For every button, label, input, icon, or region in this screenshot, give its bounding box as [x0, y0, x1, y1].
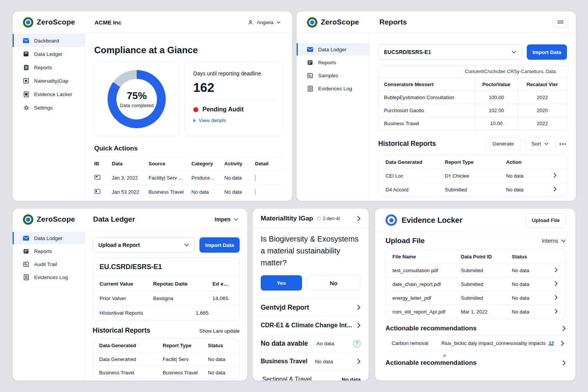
import-data-button[interactable]: Import Data	[199, 237, 240, 253]
question-mark-icon[interactable]: ?	[353, 340, 361, 347]
no-button[interactable]: No	[307, 275, 361, 291]
table-row[interactable]: D4 Accord Submilted No data	[379, 183, 567, 196]
table-row[interactable]: rces_elit_report_Apr.pdf Mar 1, 2022 No …	[386, 305, 565, 318]
sort-button[interactable]: Sort	[525, 137, 556, 150]
detail-pill[interactable]	[255, 175, 256, 181]
table-row[interactable]: Jan 3, 2022 Facility| Serv ... Produce .…	[94, 170, 283, 185]
table-row[interactable]: date_chain_report.pdf Submitted No data	[386, 277, 565, 291]
framework-data-table: ConcentIC/schcber CRSy-Cantetturs, Data …	[378, 65, 567, 130]
sidebar-item-reports[interactable]: Reports	[13, 61, 85, 74]
sidebar-item-evidences-log[interactable]: Evidences Log	[13, 271, 85, 283]
reports-icon	[23, 65, 29, 70]
table-row[interactable]: CEI Loc D† Chiclee No data	[379, 169, 567, 183]
donut-percent: 75%	[127, 90, 147, 102]
impen-menu[interactable]: Impen	[215, 216, 238, 222]
dashboard-header: ZeroScope ACME Inc Angiela	[13, 11, 292, 33]
sidebar-item-data-ledger[interactable]: Data Ledger	[13, 47, 85, 60]
chevron-down-icon	[276, 21, 281, 24]
sidebar-item-samples[interactable]: Samples	[297, 69, 369, 82]
table-row[interactable]: Data Generahed Facilit| Serv No data	[93, 352, 239, 366]
table-header-row: IB Data Source Category Activity Detail	[94, 156, 283, 170]
table-row[interactable]: test_consultation pdf Submiited No data	[386, 263, 565, 277]
sidebar-item-evidence-locker[interactable]: Evidence Lacker	[13, 88, 85, 101]
upload-report-select[interactable]: Upload a Report	[93, 237, 195, 253]
sidebar-item-data-lodger[interactable]: Data Lodger	[297, 43, 369, 56]
view-details-link[interactable]: View details	[193, 118, 275, 123]
sidebar-item-materiality-gap[interactable]: Naterıality|Gap	[13, 74, 85, 87]
recommendation-count-link[interactable]: 12	[548, 340, 554, 346]
deadline-label: Days until reporting deadline	[193, 70, 275, 77]
brand: ZeroScope	[13, 17, 85, 28]
sidebar-item-data-lodger[interactable]: Data Lodger	[13, 232, 85, 244]
log-icon	[23, 274, 29, 280]
reports-panel: ZeroScope Reports Data Lodger Reports Sa…	[297, 11, 576, 201]
framework-row: Prior Valver Bestigna 14,065.	[93, 291, 239, 305]
sidebar-item-label: Dackboard	[34, 38, 59, 44]
sidebar-item-label: Data Ledger	[34, 51, 62, 57]
table-row[interactable]: Jan 53 2022 Business Travel No data No d…	[94, 185, 283, 199]
materiality-panel: Materialltity IGap 2-den-4t Is Biogivers…	[253, 209, 369, 381]
list-item[interactable]: No data avable Ao data ?	[261, 334, 361, 352]
envelope-icon	[23, 236, 29, 241]
historical-reports-title: Historical Reports	[378, 140, 436, 148]
user-name: Angiela	[257, 20, 273, 25]
sidebar-item-reports[interactable]: Reports	[13, 245, 85, 257]
chevron-right-icon[interactable]	[357, 216, 361, 221]
page-title: Compliance at a Giance	[94, 45, 283, 56]
audit-status: Pending Audit	[203, 106, 244, 113]
user-menu[interactable]: Angiela	[248, 20, 281, 25]
samples-icon	[307, 73, 313, 78]
play-triangle-icon	[193, 119, 196, 122]
table-row: Purchosort Gaotlo 102.00 2020	[379, 104, 567, 117]
recommendation-row[interactable]: Carbon removal Riuv_bickic daly impact_c…	[385, 335, 566, 351]
list-item[interactable]: Business Travel No data	[261, 352, 361, 370]
list-item[interactable]: CDR-E1 & Climate Change Int...	[261, 316, 361, 334]
ledger-icon	[23, 51, 29, 57]
envelope-icon	[23, 38, 29, 43]
zeroscope-logo-icon	[307, 17, 317, 28]
chevron-right-icon	[555, 268, 558, 272]
sidebar-item-evidences-log[interactable]: Evidences Log	[297, 82, 369, 95]
sidebar-item-dashboard[interactable]: Dackboard	[13, 34, 85, 47]
import-data-button[interactable]: Import Data	[527, 44, 567, 60]
more-options-icon[interactable]: •••	[559, 141, 567, 147]
recommendations-header[interactable]: Actionable recommendations	[385, 325, 566, 332]
show-last-update-link[interactable]: Show Lare update	[199, 328, 240, 334]
table-row[interactable]: energy_letter_pdf Submiited No data	[386, 291, 565, 305]
generate-button[interactable]: Generate	[485, 137, 521, 150]
recommendations-header[interactable]: Actionable recommendations	[385, 359, 566, 367]
ledger-sidebar: Data Lodger Reports Audit Trail Evidence…	[13, 230, 85, 381]
sidebar-item-audit-trail[interactable]: Audit Trail	[13, 258, 85, 270]
yes-button[interactable]: Yes	[261, 275, 302, 291]
sidebar-item-label: Reports	[34, 65, 52, 70]
interns-filter[interactable]: Interns	[542, 238, 566, 244]
table-row: Business Travel 10.00 2022	[379, 117, 567, 130]
sidebar-item-reports[interactable]: Reports	[297, 56, 369, 69]
upload-file-button[interactable]: Upload File	[525, 213, 566, 227]
brand-name: ZeroScope	[37, 18, 75, 26]
hamburger-menu-button[interactable]	[553, 16, 568, 28]
envelope-icon	[307, 47, 313, 52]
detail-pill[interactable]	[255, 189, 256, 195]
data-completion-card: 75% Data completed	[94, 62, 180, 136]
brand: ZeroScope	[13, 214, 85, 225]
reports-sidebar: Data Lodger Reports Samples Evidences Lo…	[297, 33, 369, 201]
sidebar-item-settings[interactable]: Settings	[13, 101, 85, 114]
dashboard-sidebar: Dackboard Data Ledger Reports Naterıalit…	[13, 33, 85, 201]
list-item[interactable]: Sectional & Travel No data	[261, 370, 361, 381]
table-row[interactable]: Business Travel Business Travel No data	[93, 366, 239, 379]
framework-title: EU.CSRD/ESRS-E1	[93, 258, 239, 276]
sidebar-item-label: Evidence Lacker	[34, 91, 72, 97]
table-header-row: Conseratore Messert Pocto/Value Recalaut…	[379, 78, 567, 91]
table-row: BublepEystimation Consultation 100.00 20…	[379, 91, 567, 104]
historical-reports-table: Data Generated Report Type Action CEI Lo…	[378, 155, 567, 197]
files-table: File Name Data Point ID Status test_cons…	[385, 249, 566, 319]
card-icon	[94, 189, 100, 194]
settings-icon	[23, 105, 29, 111]
framework-select[interactable]: EUCSRD/ESRS-E1	[378, 44, 522, 60]
chevron-right-icon	[357, 305, 361, 310]
data-ledger-panel: ZeroScope Data Ledger Impen Data Lodger …	[13, 209, 247, 381]
list-item[interactable]: Gentvjd Report	[261, 298, 361, 316]
donut-caption: Data completed	[120, 103, 154, 108]
upload-file-section-title: Upload File	[385, 237, 425, 245]
